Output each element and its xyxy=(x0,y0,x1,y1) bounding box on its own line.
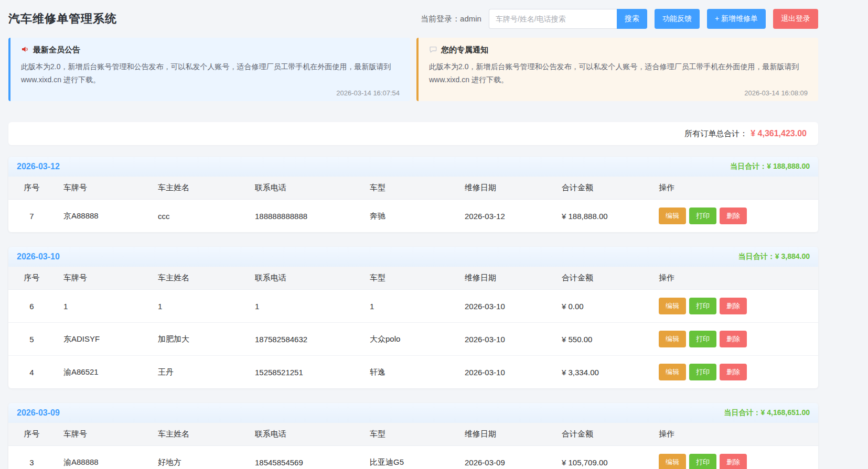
edit-button[interactable]: 编辑 xyxy=(659,364,686,380)
day-total: 当日合计：¥ 3,884.00 xyxy=(738,252,810,261)
column-header: 车型 xyxy=(361,423,456,446)
print-button[interactable]: 打印 xyxy=(689,298,716,314)
day-total-amount: ¥ 188,888.00 xyxy=(767,162,810,170)
table-row: 4 渝A86521 王丹 15258521251 轩逸 2026-03-10 ¥… xyxy=(8,356,818,389)
personal-notice-body: 此版本为2.0，新增后台账号管理和公告发布，可以私发个人账号，适合修理厂员工带手… xyxy=(429,60,808,86)
print-button[interactable]: 打印 xyxy=(689,208,716,224)
cell-actions: 编辑 打印 删除 xyxy=(650,446,818,469)
search-input[interactable] xyxy=(489,9,617,29)
cell-phone: 187582584632 xyxy=(247,323,361,356)
cell-model: 轩逸 xyxy=(361,356,456,389)
cell-date: 2026-03-09 xyxy=(456,446,553,469)
current-login-label: 当前登录： xyxy=(421,14,460,23)
cell-model: 奔驰 xyxy=(361,200,456,233)
cell-seq: 4 xyxy=(8,356,55,389)
edit-button[interactable]: 编辑 xyxy=(659,208,686,224)
cell-model: 比亚迪G5 xyxy=(361,446,456,469)
orders-table: 序号车牌号车主姓名联系电话车型维修日期合计金额操作 3 渝A88888 好地方 … xyxy=(8,423,818,469)
add-repair-order-button[interactable]: + 新增维修单 xyxy=(707,9,766,29)
column-header: 车牌号 xyxy=(55,177,149,200)
table-header-row: 序号车牌号车主姓名联系电话车型维修日期合计金额操作 xyxy=(8,267,818,290)
cell-owner: 加肥加大 xyxy=(149,323,247,356)
day-section: 2026-03-12 当日合计：¥ 188,888.00 序号车牌号车主姓名联系… xyxy=(8,157,818,232)
cell-owner: 好地方 xyxy=(149,446,247,469)
cell-phone: 15258521251 xyxy=(247,356,361,389)
announcement-panel: 最新全员公告 此版本为2.0，新增后台账号管理和公告发布，可以私发个人账号，适合… xyxy=(8,38,410,101)
day-date: 2026-03-09 xyxy=(17,408,60,418)
table-body: 6 1 1 1 1 2026-03-10 ¥ 0.00 编辑 打印 删除 5 东… xyxy=(8,290,818,389)
feedback-button[interactable]: 功能反馈 xyxy=(655,9,700,29)
column-header: 联系电话 xyxy=(247,267,361,290)
logout-button[interactable]: 退出登录 xyxy=(773,9,818,29)
table-body: 3 渝A88888 好地方 18545854569 比亚迪G5 2026-03-… xyxy=(8,446,818,469)
search-button[interactable]: 搜索 xyxy=(617,9,647,29)
personal-notice-panel: 您的专属通知 此版本为2.0，新增后台账号管理和公告发布，可以私发个人账号，适合… xyxy=(416,38,818,101)
cell-amount: ¥ 105,709.00 xyxy=(553,446,650,469)
day-section-header: 2026-03-12 当日合计：¥ 188,888.00 xyxy=(8,157,818,177)
cell-plate: 1 xyxy=(55,290,149,323)
cell-actions: 编辑 打印 删除 xyxy=(650,356,818,389)
cell-phone: 1 xyxy=(247,290,361,323)
personal-notice-title-row: 您的专属通知 xyxy=(429,45,808,55)
column-header: 序号 xyxy=(8,267,55,290)
print-button[interactable]: 打印 xyxy=(689,364,716,380)
announcement-title-row: 最新全员公告 xyxy=(21,45,400,55)
column-header: 序号 xyxy=(8,423,55,446)
column-header: 车型 xyxy=(361,177,456,200)
delete-button[interactable]: 删除 xyxy=(720,208,747,224)
delete-button[interactable]: 删除 xyxy=(720,331,747,347)
table-header-row: 序号车牌号车主姓名联系电话车型维修日期合计金额操作 xyxy=(8,423,818,446)
day-total-label: 当日合计： xyxy=(730,162,767,170)
column-header: 联系电话 xyxy=(247,177,361,200)
cell-plate: 东ADISYF xyxy=(55,323,149,356)
delete-button[interactable]: 删除 xyxy=(720,364,747,380)
page: 汽车维修单管理系统 当前登录：admin 搜索 功能反馈 + 新增维修单 退出登… xyxy=(8,0,818,469)
table-row: 6 1 1 1 1 2026-03-10 ¥ 0.00 编辑 打印 删除 xyxy=(8,290,818,323)
cell-date: 2026-03-12 xyxy=(456,200,553,233)
day-total: 当日合计：¥ 4,168,651.00 xyxy=(724,408,810,418)
personal-notice-title: 您的专属通知 xyxy=(441,45,488,55)
delete-button[interactable]: 删除 xyxy=(720,454,747,469)
column-header: 车型 xyxy=(361,267,456,290)
notice-row: 最新全员公告 此版本为2.0，新增后台账号管理和公告发布，可以私发个人账号，适合… xyxy=(8,38,818,101)
cell-amount: ¥ 188,888.00 xyxy=(553,200,650,233)
table-row: 3 渝A88888 好地方 18545854569 比亚迪G5 2026-03-… xyxy=(8,446,818,469)
day-section: 2026-03-10 当日合计：¥ 3,884.00 序号车牌号车主姓名联系电话… xyxy=(8,247,818,388)
column-header: 合计金额 xyxy=(553,177,650,200)
day-date: 2026-03-10 xyxy=(17,252,60,261)
top-bar: 汽车维修单管理系统 当前登录：admin 搜索 功能反馈 + 新增维修单 退出登… xyxy=(8,0,818,38)
megaphone-icon xyxy=(21,45,29,55)
column-header: 车主姓名 xyxy=(149,177,247,200)
column-header: 维修日期 xyxy=(456,267,553,290)
cell-seq: 7 xyxy=(8,200,55,233)
top-bar-right: 当前登录：admin 搜索 功能反馈 + 新增维修单 退出登录 xyxy=(421,9,818,29)
print-button[interactable]: 打印 xyxy=(689,454,716,469)
current-login: 当前登录：admin xyxy=(421,14,481,24)
cell-seq: 3 xyxy=(8,446,55,469)
cell-actions: 编辑 打印 删除 xyxy=(650,200,818,233)
day-section: 2026-03-09 当日合计：¥ 4,168,651.00 序号车牌号车主姓名… xyxy=(8,403,818,469)
column-header: 序号 xyxy=(8,177,55,200)
column-header: 操作 xyxy=(650,177,818,200)
delete-button[interactable]: 删除 xyxy=(720,298,747,314)
grand-total-amount: ¥ 4,361,423.00 xyxy=(751,129,807,138)
column-header: 车牌号 xyxy=(55,423,149,446)
cell-actions: 编辑 打印 删除 xyxy=(650,290,818,323)
edit-button[interactable]: 编辑 xyxy=(659,331,686,347)
cell-phone: 188888888888 xyxy=(247,200,361,233)
column-header: 车主姓名 xyxy=(149,423,247,446)
cell-plate: 渝A88888 xyxy=(55,446,149,469)
edit-button[interactable]: 编辑 xyxy=(659,298,686,314)
day-total-amount: ¥ 3,884.00 xyxy=(775,252,810,260)
cell-owner: 王丹 xyxy=(149,356,247,389)
grand-total-card: 所有订单总合计： ¥ 4,361,423.00 xyxy=(8,122,818,145)
print-button[interactable]: 打印 xyxy=(689,331,716,347)
day-section-header: 2026-03-10 当日合计：¥ 3,884.00 xyxy=(8,247,818,267)
day-total: 当日合计：¥ 188,888.00 xyxy=(730,162,810,171)
announcement-title: 最新全员公告 xyxy=(33,45,80,55)
cell-model: 大众polo xyxy=(361,323,456,356)
current-login-user: admin xyxy=(460,14,481,23)
edit-button[interactable]: 编辑 xyxy=(659,454,686,469)
personal-notice-timestamp: 2026-03-14 16:08:09 xyxy=(429,86,808,97)
day-total-label: 当日合计： xyxy=(738,252,775,260)
